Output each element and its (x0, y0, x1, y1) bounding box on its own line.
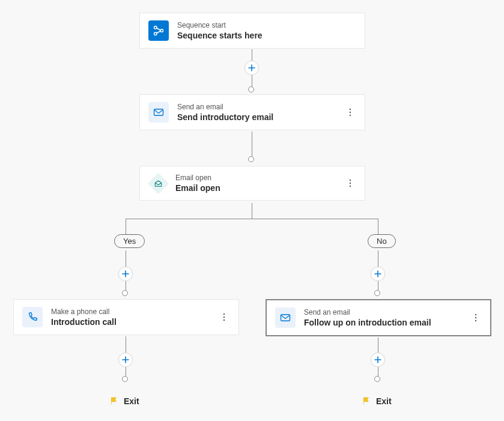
connector (252, 75, 252, 87)
add-step-button[interactable] (118, 353, 133, 367)
connector (126, 281, 126, 291)
connector-node (122, 376, 128, 382)
svg-point-11 (223, 317, 225, 318)
flag-icon (362, 396, 371, 406)
connector (126, 336, 126, 353)
add-step-button[interactable] (371, 267, 385, 281)
svg-point-9 (350, 186, 351, 187)
email-icon (275, 307, 296, 328)
more-menu-button[interactable] (218, 311, 230, 323)
svg-point-4 (350, 109, 351, 110)
sequence-start-icon (148, 20, 169, 41)
email-icon (148, 102, 169, 123)
exit-text: Exit (124, 396, 139, 406)
connector (252, 203, 252, 219)
more-menu-button[interactable] (470, 312, 482, 324)
connector (378, 338, 378, 353)
branch-label-yes: Yes (114, 234, 145, 248)
node-send-email-intro[interactable]: Send an email Send introductory email (139, 94, 365, 130)
more-menu-button[interactable] (344, 106, 356, 118)
add-step-button[interactable] (118, 267, 133, 281)
connector (126, 250, 126, 267)
svg-point-14 (475, 314, 476, 315)
connector (378, 281, 378, 291)
node-title-label: Introduction call (51, 317, 218, 327)
node-send-email-followup[interactable]: Send an email Follow up on introduction … (266, 299, 491, 336)
node-type-label: Email open (175, 174, 344, 182)
node-title-label: Send introductory email (177, 112, 344, 122)
more-menu-button[interactable] (344, 177, 356, 189)
svg-point-7 (350, 180, 351, 181)
node-type-label: Make a phone call (51, 307, 218, 316)
node-phone-call[interactable]: Make a phone call Introduction call (13, 299, 239, 335)
sequence-canvas: Sequence start Sequence starts here Send… (0, 0, 504, 421)
connector-node (248, 86, 254, 92)
connector-node (122, 290, 128, 296)
add-step-button[interactable] (244, 61, 259, 75)
svg-point-6 (350, 115, 351, 116)
phone-icon (22, 307, 43, 327)
svg-point-16 (475, 320, 476, 321)
node-type-label: Send an email (177, 103, 344, 111)
exit-text: Exit (376, 396, 392, 406)
connector (252, 132, 252, 157)
flag-icon (109, 396, 119, 406)
connector (126, 367, 126, 377)
svg-point-10 (223, 313, 225, 315)
connector (378, 367, 378, 377)
connector-node (374, 290, 380, 296)
add-step-button[interactable] (371, 353, 385, 367)
svg-point-15 (475, 317, 476, 318)
node-title-label: Follow up on introduction email (304, 318, 470, 327)
connector (252, 49, 252, 61)
connector (378, 219, 378, 234)
node-type-label: Sequence start (177, 21, 356, 29)
svg-point-2 (160, 29, 163, 32)
connector-node (248, 156, 254, 162)
svg-point-8 (350, 183, 351, 184)
connector-node (374, 376, 380, 382)
node-sequence-start[interactable]: Sequence start Sequence starts here (139, 13, 365, 49)
node-title-label: Email open (175, 183, 344, 193)
exit-label: Exit (362, 396, 392, 406)
svg-point-5 (350, 112, 351, 113)
email-open-icon (148, 172, 169, 193)
exit-label: Exit (109, 396, 139, 406)
svg-point-12 (223, 320, 225, 321)
connector (126, 219, 378, 219)
svg-rect-13 (281, 315, 290, 321)
connector (126, 219, 126, 234)
svg-rect-3 (154, 109, 163, 116)
node-type-label: Send an email (304, 308, 470, 317)
node-title-label: Sequence starts here (177, 31, 356, 40)
branch-label-no: No (368, 234, 396, 248)
connector (378, 250, 378, 267)
node-condition-email-open[interactable]: Email open Email open (139, 166, 365, 201)
